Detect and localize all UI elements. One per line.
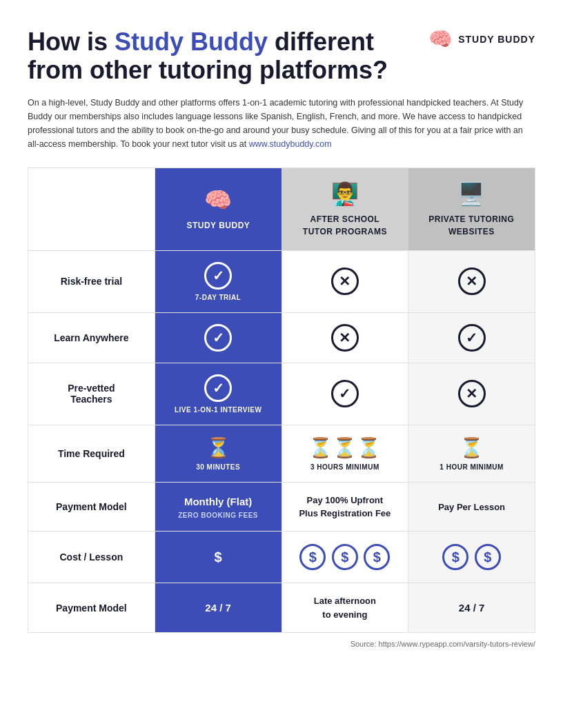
source-line: Source: https://www.rypeapp.com/varsity-…	[28, 640, 535, 648]
subtitle: On a high-level, Study Buddy and other p…	[28, 96, 535, 151]
cell-sublabel: 30 MINUTES	[162, 463, 275, 471]
row-label: Pre-vettedTeachers	[28, 363, 155, 425]
title-prefix: How is	[28, 28, 115, 56]
payment-sub: ZERO BOOKING FEES	[162, 512, 275, 519]
hourglass-icon: ⏳	[308, 436, 333, 459]
study-buddy-cell: $	[155, 532, 282, 583]
dollar-icon: $	[205, 544, 231, 570]
page-title: How is Study Buddy different from other …	[28, 28, 414, 85]
website-link[interactable]: www.studybuddy.com	[249, 139, 332, 149]
cross-icon: ✕	[331, 267, 359, 295]
study-buddy-cell: Monthly (Flat) ZERO BOOKING FEES	[155, 482, 282, 531]
cell-sublabel: 3 HOURS MINIMUM	[289, 463, 402, 471]
cross-icon: ✕	[331, 324, 359, 352]
availability-value: 24 / 7	[205, 602, 231, 614]
source-text: Source: https://www.rypeapp.com/varsity-…	[350, 640, 535, 648]
table-row: Payment Model24 / 7Late afternoonto even…	[28, 583, 535, 632]
study-buddy-icon: 🧠	[162, 187, 275, 213]
study-buddy-cell: ✓ LIVE 1-ON-1 INTERVIEW	[155, 363, 282, 425]
row-label: Risk-free trial	[28, 250, 155, 312]
private-tutoring-cell: ✕	[408, 250, 535, 312]
cell-sublabel: LIVE 1-ON-1 INTERVIEW	[162, 406, 275, 414]
private-tutoring-cell: ✕	[408, 363, 535, 425]
hourglass-icon: ⏳	[357, 436, 381, 459]
private-tutoring-label: PRIVATE TUTORINGWEBSITES	[428, 214, 514, 237]
study-buddy-cell: ⏳30 MINUTES	[155, 425, 282, 482]
dollar-icon: $	[475, 544, 501, 570]
page-header: How is Study Buddy different from other …	[28, 28, 535, 85]
after-school-cell: ⏳⏳⏳3 HOURS MINIMUM	[282, 425, 408, 482]
table-row: Cost / Lesson$$ $ $$ $	[28, 532, 535, 583]
check-icon: ✓	[204, 374, 232, 402]
dollar-icon: $	[364, 544, 390, 570]
private-tutoring-cell: Pay Per Lesson	[408, 482, 535, 531]
after-school-label: AFTER SCHOOLTUTOR PROGRAMS	[303, 214, 387, 237]
check-dark-icon: ✓	[458, 324, 486, 352]
brain-icon: 🧠	[428, 28, 453, 50]
dollar-icon: $	[442, 544, 468, 570]
cross-icon: ✕	[458, 267, 486, 295]
check-dark-icon: ✓	[331, 380, 359, 407]
table-row: Time Required⏳30 MINUTES⏳⏳⏳3 HOURS MINIM…	[28, 425, 535, 482]
table-row: Pre-vettedTeachers✓ LIVE 1-ON-1 INTERVIE…	[28, 363, 535, 425]
private-tutoring-icon: 🖥️	[415, 181, 528, 207]
row-label: Time Required	[28, 425, 155, 482]
hourglass-icon: ⏳	[460, 436, 484, 459]
row-label: Cost / Lesson	[28, 532, 155, 583]
dollar-icon: $	[299, 544, 326, 570]
private-tutoring-cell: ✓	[408, 312, 535, 363]
column-header-after-school: 👨‍🏫 AFTER SCHOOLTUTOR PROGRAMS	[282, 168, 408, 250]
logo-text: STUDY BUDDY	[458, 34, 535, 45]
private-tutoring-cell: ⏳1 HOUR MINIMUM	[408, 425, 535, 482]
availability-value: 24 / 7	[459, 602, 485, 614]
after-school-cell: $ $ $	[282, 532, 408, 583]
payment-text: Pay Per Lesson	[438, 502, 505, 512]
row-label: Payment Model	[28, 482, 155, 531]
cross-icon: ✕	[458, 380, 486, 407]
study-buddy-cell: 24 / 7	[155, 583, 282, 632]
title-highlight: Study Buddy	[115, 28, 268, 56]
cell-sublabel: 7-DAY TRIAL	[162, 294, 275, 301]
after-school-cell: Pay 100% UpfrontPlus Registration Fee	[282, 482, 408, 531]
cell-sublabel: 1 HOUR MINIMUM	[415, 463, 528, 471]
dollar-icon: $	[332, 544, 358, 570]
payment-main: Monthly (Flat)	[184, 496, 252, 507]
comparison-table: 🧠 STUDY BUDDY 👨‍🏫 AFTER SCHOOLTUTOR PROG…	[28, 168, 535, 633]
after-school-cell: Late afternoonto evening	[282, 583, 408, 632]
check-icon: ✓	[204, 262, 232, 290]
study-buddy-cell: ✓	[155, 312, 282, 363]
table-row: Learn Anywhere✓ ✕✓	[28, 312, 535, 363]
study-buddy-cell: ✓ 7-DAY TRIAL	[155, 250, 282, 312]
row-label: Learn Anywhere	[28, 312, 155, 363]
private-tutoring-cell: 24 / 7	[408, 583, 535, 632]
after-school-icon: 👨‍🏫	[288, 181, 402, 207]
column-header-study-buddy: 🧠 STUDY BUDDY	[155, 168, 282, 250]
empty-header	[28, 168, 155, 250]
logo-area: 🧠 STUDY BUDDY	[425, 28, 535, 50]
after-school-cell: ✕	[282, 250, 408, 312]
study-buddy-label: STUDY BUDDY	[186, 221, 250, 230]
private-tutoring-cell: $ $	[408, 532, 535, 583]
table-row: Risk-free trial✓ 7-DAY TRIAL✕✕	[28, 250, 535, 312]
after-school-cell: ✕	[282, 312, 408, 363]
payment-text: Pay 100% UpfrontPlus Registration Fee	[299, 495, 391, 518]
check-icon: ✓	[204, 324, 232, 352]
row-label: Payment Model	[28, 583, 155, 632]
after-school-cell: ✓	[282, 363, 408, 425]
hourglass-icon: ⏳	[333, 436, 357, 459]
table-row: Payment ModelMonthly (Flat) ZERO BOOKING…	[28, 482, 535, 531]
column-header-private-tutoring: 🖥️ PRIVATE TUTORINGWEBSITES	[408, 168, 535, 250]
availability-text: Late afternoonto evening	[314, 596, 376, 619]
hourglass-icon: ⏳	[206, 436, 230, 459]
